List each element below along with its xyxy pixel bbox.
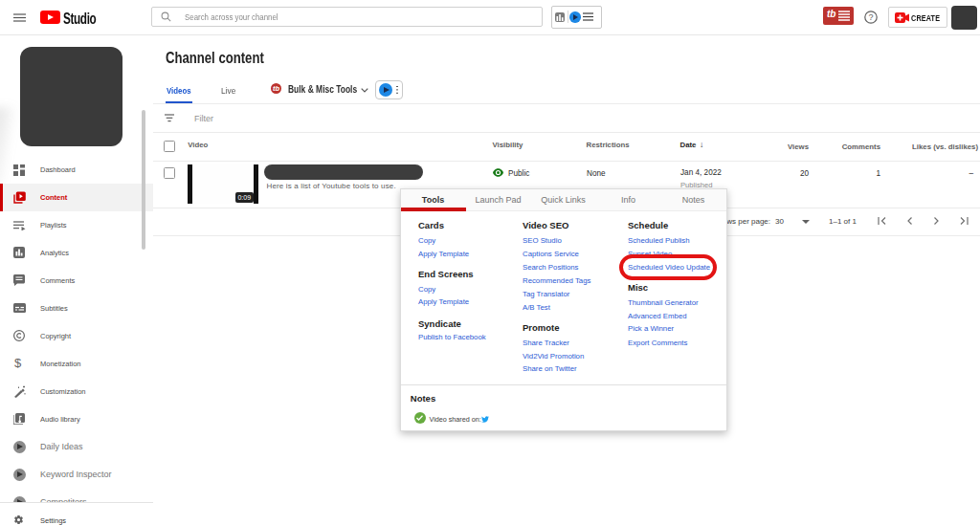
svg-text:?: ?: [868, 12, 873, 22]
